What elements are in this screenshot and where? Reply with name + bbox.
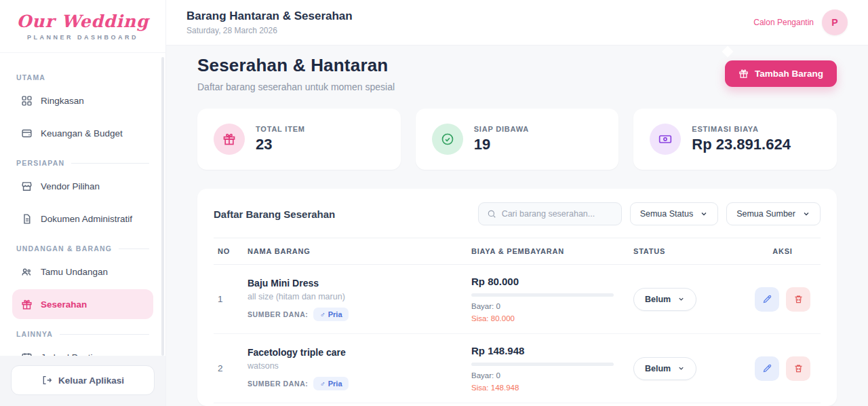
table-tools: Semua Status Semua Sumber [478,202,821,225]
page-date: Saturday, 28 March 2026 [186,26,353,35]
section-label-utama: UTAMA [16,73,149,81]
sidebar-scrollbar[interactable] [161,57,164,356]
gift-icon [738,69,749,79]
sidebar-item-label: Vendor Pilihan [41,181,100,191]
stat-label: SIAP DIBAWA [474,125,529,133]
edit-button[interactable] [755,356,779,381]
sidebar-item-tamu[interactable]: Tamu Undangan [12,257,153,287]
sidebar-nav: UTAMA Ringkasan Keuangan & Budget PERSIA… [0,53,165,356]
logout-button[interactable]: Keluar Aplikasi [11,365,155,395]
item-name: Facetology triple care [248,347,471,358]
chevron-down-icon [677,295,685,303]
banknote-icon [650,124,681,155]
sidebar-item-label: Keuangan & Budget [41,128,123,139]
user-menu[interactable]: Calon Pengantin P [753,10,848,35]
row-number: 2 [218,363,248,373]
sidebar-item-label: Dokumen Administratif [41,214,132,224]
content: Seserahan & Hantaran Daftar barang seser… [166,45,868,406]
chevron-down-icon [802,210,810,218]
main-area: Barang Hantaran & Seserahan Saturday, 28… [166,0,868,406]
stat-label: ESTIMASI BIAYA [692,125,791,133]
delete-button[interactable] [786,287,810,312]
sidebar-item-vendor[interactable]: Vendor Pilihan [12,171,153,201]
stat-card-total-item: TOTAL ITEM 23 [197,109,401,170]
user-role-label: Calon Pengantin [753,18,814,27]
col-aksi: AKSI [749,247,816,255]
table-row: 2 Facetology triple care watsons SUMBER … [214,334,821,403]
stat-card-siap-dibawa: SIAP DIBAWA 19 [416,109,619,170]
check-circle-icon [432,124,463,155]
payment-progress [471,293,614,297]
sumber-badge: ♂ Pria [313,377,348,390]
pencil-icon [762,294,772,304]
calendar-icon [20,351,33,356]
wallet-icon [20,127,33,139]
sidebar-item-ringkasan[interactable]: Ringkasan [12,86,153,115]
item-name: Baju Mini Dress [248,278,471,289]
chevron-down-icon [677,365,685,372]
stat-value: Rp 23.891.624 [692,136,791,153]
sidebar-item-seserahan[interactable]: Seserahan [12,289,153,319]
section-label-lainnya: LAINNYA [16,330,149,338]
sumber-dana-label: SUMBER DANA: [248,310,308,318]
sumber-filter-value: Semua Sumber [736,209,795,219]
sidebar-item-keuangan[interactable]: Keuangan & Budget [12,118,153,148]
sidebar-item-dokumen[interactable]: Dokumen Administratif [12,204,153,234]
page-title: Seserahan & Hantaran [197,55,395,76]
add-item-button[interactable]: Tambah Barang [725,60,837,87]
sidebar: Our Wedding PLANNER DASHBOARD UTAMA Ring… [0,0,166,406]
gift-icon [20,298,33,310]
add-item-label: Tambah Barang [755,69,823,79]
edit-button[interactable] [755,287,779,312]
item-description: watsons [248,361,471,371]
topbar-heading: Barang Hantaran & Seserahan Saturday, 28… [186,10,353,35]
items-table-card: Daftar Barang Seserahan Semua Status [197,189,837,406]
sumber-filter-select[interactable]: Semua Sumber [726,202,821,225]
status-filter-select[interactable]: Semua Status [630,202,719,225]
sidebar-item-jadwal[interactable]: Jadwal Penting [12,342,153,356]
page-subtitle: Daftar barang seserahan untuk momen spes… [197,81,395,92]
status-dropdown[interactable]: Belum [633,357,696,380]
search-box[interactable] [478,202,622,225]
status-dropdown[interactable]: Belum [633,288,696,311]
trash-icon [793,294,804,304]
col-nama-barang: NAMA BARANG [248,247,471,255]
sidebar-item-label: Tamu Undangan [41,267,108,277]
table-head: Daftar Barang Seserahan Semua Status [214,202,821,225]
stat-label: TOTAL ITEM [256,125,305,133]
stat-value: 19 [474,136,529,153]
delete-button[interactable] [786,356,810,381]
gift-icon [214,124,245,155]
bayar-text: Bayar: 0 [471,371,633,380]
table-row: 1 Baju Mini Dress all size (hitam dan ma… [214,265,821,334]
sisa-text: Sisa: 148.948 [471,384,633,392]
store-icon [20,180,33,192]
avatar[interactable]: P [822,10,848,35]
sidebar-item-label: Seserahan [41,299,87,310]
document-icon [20,213,33,225]
brand-tagline: PLANNER DASHBOARD [27,34,138,41]
logout-label: Keluar Aplikasi [58,375,124,386]
page-head-text: Seserahan & Hantaran Daftar barang seser… [197,55,395,92]
sidebar-item-label: Jadwal Penting [41,352,103,356]
logout-icon [41,375,52,386]
people-icon [20,265,33,278]
brand-name: Our Wedding [17,12,149,31]
sidebar-footer: Keluar Aplikasi [0,356,165,406]
sidebar-item-label: Ringkasan [41,96,84,106]
search-icon [487,209,496,219]
section-label-undangan: UNDANGAN & BARANG [16,244,149,253]
sumber-badge: ♂ Pria [313,308,348,321]
chevron-down-icon [700,210,708,218]
status-filter-value: Semua Status [640,209,694,219]
search-input[interactable] [502,209,613,219]
table-header-row: NO NAMA BARANG BIAYA & PEMBAYARAN STATUS… [214,238,821,265]
topbar: Barang Hantaran & Seserahan Saturday, 28… [166,0,868,45]
payment-progress [471,363,614,366]
male-icon: ♂ [319,310,325,318]
page-head: Seserahan & Hantaran Daftar barang seser… [197,55,837,92]
stats-row: TOTAL ITEM 23 SIAP DIBAWA 19 ESTIMASI [197,109,837,170]
sisa-text: Sisa: 80.000 [471,314,633,322]
stat-value: 23 [256,136,305,153]
row-number: 1 [218,294,248,304]
